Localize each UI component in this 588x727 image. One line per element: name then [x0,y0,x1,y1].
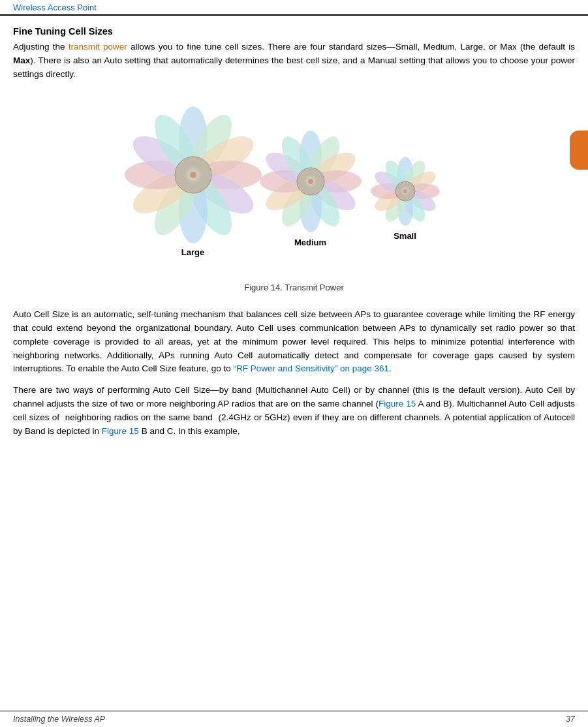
transmit-power-link[interactable]: transmit power [69,42,127,52]
small-flower-svg [369,155,441,227]
bold-max: Max [13,55,30,65]
figure-area: Large [13,93,575,302]
bottom-left-label: Installing the Wireless AP [13,715,105,724]
figure-caption: Figure 14. Transmit Power [244,283,343,292]
main-content: Fine Tuning Cell Sizes Adjusting the tra… [0,16,588,711]
medium-circle-item: Medium [258,129,363,247]
auto-cell-ways-paragraph: There are two ways of performing Auto Ce… [13,384,575,439]
auto-cell-paragraph: Auto Cell Size is an automatic, self-tun… [13,308,575,377]
large-flower-svg [125,106,262,243]
rf-power-link[interactable]: “RF Power and Sensitivity” on page 361 [233,364,389,373]
top-bar: Wireless Access Point [0,0,588,16]
svg-point-13 [190,172,196,178]
medium-flower-svg [258,129,363,234]
page-container: Wireless Access Point Fine Tuning Cell S… [0,0,588,727]
large-circle-item: Large [125,106,262,257]
svg-point-41 [403,189,407,193]
small-label: Small [394,231,416,241]
section-heading: Fine Tuning Cell Sizes [13,26,575,37]
intro-part1: Adjusting the [13,42,69,52]
page-header-title: Wireless Access Point [13,3,97,12]
figure15-link-1[interactable]: Figure 15 [379,399,416,409]
orange-tab [570,131,588,170]
figure15-link-2[interactable]: Figure 15 [102,426,139,436]
bottom-bar: Installing the Wireless AP 37 [0,711,588,727]
medium-label: Medium [294,238,326,247]
large-label: Large [181,247,204,257]
small-circle-item: Small [369,155,441,241]
svg-point-27 [308,179,313,184]
circles-row: Large [99,93,490,276]
bottom-right-page: 37 [566,715,575,724]
intro-paragraph: Adjusting the transmit power allows you … [13,40,575,82]
